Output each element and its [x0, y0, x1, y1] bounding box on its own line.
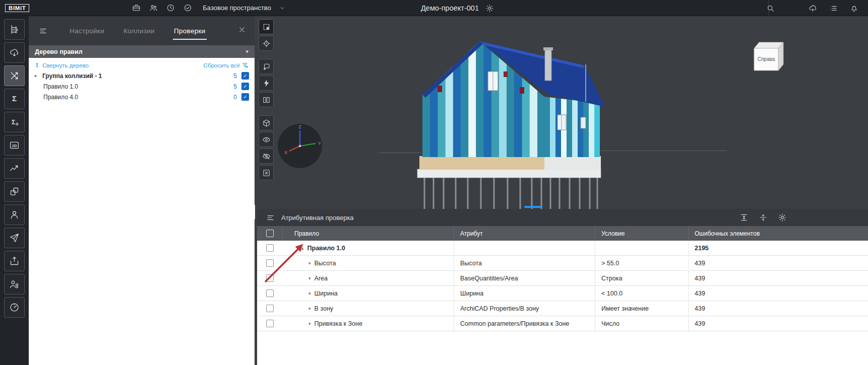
rule-name: Привязка к Зоне — [315, 320, 362, 327]
row-checkbox[interactable] — [266, 289, 274, 297]
time-icon[interactable] — [164, 2, 176, 14]
user-icon[interactable] — [4, 204, 25, 225]
orbit-icon[interactable] — [259, 59, 274, 74]
search-icon[interactable] — [764, 2, 776, 14]
error-count: 439 — [688, 301, 868, 316]
tree-item-label: Правило 4.0 — [43, 94, 78, 101]
table-row[interactable]: ▾Привязка к ЗонеCommon parameters/Привяз… — [257, 316, 868, 331]
tree-item-count: 5 — [233, 83, 237, 90]
panel-menu-icon[interactable] — [264, 211, 276, 224]
topbar-tools — [130, 2, 194, 14]
publish-cloud-icon[interactable] — [4, 42, 25, 63]
column-header: Условие — [595, 226, 688, 241]
row-checkbox[interactable] — [266, 320, 274, 327]
close-icon[interactable] — [237, 25, 246, 36]
model-structure-icon[interactable] — [4, 19, 25, 40]
tree-item[interactable]: ▾Группа коллизий - 15✓ — [29, 70, 255, 81]
lightning-icon[interactable] — [259, 76, 274, 91]
filter-off-icon — [242, 62, 249, 68]
navigation-cube[interactable]: Справа — [747, 35, 787, 76]
bimit-app: BIMiT Базовое пространство Демо-проект-0… — [0, 0, 868, 365]
expand-caret-icon[interactable]: ▾ — [308, 261, 311, 266]
column-header: Правило — [282, 226, 454, 241]
eye-off-icon[interactable] — [259, 149, 274, 164]
expand-caret-icon[interactable]: ▾ — [308, 276, 311, 281]
panel-menu-icon[interactable] — [37, 25, 49, 37]
section-icon[interactable] — [259, 92, 274, 107]
rules-tree-section-header[interactable]: Дерево правил ▾ — [29, 45, 255, 58]
row-checkbox[interactable] — [266, 259, 274, 267]
panel-tabs: НастройкиКоллизииПроверки — [29, 16, 255, 45]
target-icon[interactable] — [259, 36, 274, 51]
row-checkbox[interactable] — [266, 244, 274, 252]
check-graph-icon[interactable] — [4, 158, 25, 179]
tree-item[interactable]: Правило 4.00✓ — [29, 92, 255, 102]
tree-expand-caret-icon[interactable]: ▾ — [34, 74, 42, 79]
table-row[interactable]: ▾AreaBaseQuantities/AreaСтрока439 — [257, 271, 868, 286]
check-circle-icon[interactable] — [181, 2, 194, 14]
gauge-icon[interactable] — [4, 297, 25, 318]
slab — [417, 169, 601, 178]
topbar: BIMiT Базовое пространство Демо-проект-0… — [0, 0, 868, 16]
viewport-tools — [259, 19, 274, 180]
error-count: 2195 — [688, 241, 868, 256]
section-chevron-down-icon: ▾ — [245, 48, 249, 55]
tree-item-checkbox[interactable]: ✓ — [241, 93, 249, 101]
workspace-selector[interactable]: Базовое пространство — [200, 0, 291, 16]
error-count: 439 — [688, 256, 868, 271]
send-icon[interactable] — [4, 228, 25, 248]
project-title: Демо-проект-001 — [421, 4, 479, 12]
tree-item-checkbox[interactable]: ✓ — [241, 83, 249, 90]
table-row[interactable]: ▾В зонуArchiCAD Properties/В зонуИмеет з… — [257, 301, 868, 316]
error-count: 439 — [688, 286, 868, 301]
tree-item-count: 0 — [233, 94, 237, 101]
sum-icon[interactable]: Σ — [4, 89, 25, 109]
select-all-checkbox[interactable] — [266, 230, 274, 237]
axis-gizmo[interactable]: Z Y X — [276, 122, 324, 170]
clear-box-icon[interactable] — [259, 165, 274, 180]
list-icon[interactable] — [827, 2, 839, 14]
collapse-rows-icon[interactable] — [757, 211, 769, 224]
tree-item[interactable]: Правило 1.05✓ — [29, 81, 255, 92]
bottom-panel-resize-indicator[interactable] — [524, 206, 542, 208]
team-icon[interactable] — [147, 2, 159, 14]
attribute-value: Common parameters/Привязка к Зоне — [454, 316, 595, 331]
expand-caret-icon[interactable]: ▾ — [308, 291, 311, 296]
table-row[interactable]: ▾ШиринаШирина< 100.0439 — [257, 286, 868, 301]
reset-all-link[interactable]: Сбросить всё — [204, 62, 249, 68]
tree-item-checkbox[interactable]: ✓ — [241, 72, 249, 80]
fit-height-icon[interactable] — [738, 211, 750, 224]
briefcase-icon[interactable] — [130, 2, 142, 14]
column-header: Ошибочных элементов — [688, 226, 868, 241]
axis-y-label: Y — [318, 141, 321, 146]
collapse-caret-icon[interactable]: ▴ — [301, 246, 304, 251]
row-checkbox[interactable] — [266, 274, 274, 282]
expand-caret-icon[interactable]: ▾ — [308, 321, 311, 326]
plugins-icon[interactable] — [4, 181, 25, 202]
export-icon[interactable] — [4, 251, 25, 271]
table-row[interactable]: ▾ВысотаВысота> 55.0439 — [257, 256, 868, 271]
tab-Проверки[interactable]: Проверки — [174, 16, 206, 45]
collapse-tree-link[interactable]: Свернуть дерево — [34, 62, 89, 68]
collision-icon[interactable] — [4, 65, 25, 86]
table-settings-gear-icon[interactable] — [776, 211, 788, 224]
view-2d-icon[interactable]: 2D — [4, 135, 25, 156]
tab-Настройки[interactable]: Настройки — [70, 16, 104, 45]
sum-plus-icon[interactable]: Σ — [4, 112, 25, 132]
area-select-icon[interactable] — [259, 19, 274, 34]
expand-caret-icon[interactable]: ▾ — [308, 306, 311, 311]
rules-tree: Свернуть дерево Сбросить всё ▾Группа кол… — [29, 58, 255, 365]
cube-icon[interactable] — [259, 115, 274, 130]
row-checkbox[interactable] — [266, 305, 274, 312]
panel-resize-handle[interactable] — [253, 204, 255, 220]
sync-cloud-icon[interactable] — [807, 2, 819, 14]
project-settings-gear-icon[interactable] — [484, 2, 496, 14]
nav-cube-face-label: Справа — [758, 56, 775, 62]
access-user-icon[interactable] — [4, 274, 25, 295]
floor-band — [419, 156, 544, 170]
eye-icon[interactable] — [259, 132, 274, 147]
notifications-bell-icon[interactable] — [848, 2, 860, 14]
table-group-row[interactable]: ▴Правило 1.02195 — [257, 241, 868, 256]
tab-Коллизии[interactable]: Коллизии — [123, 16, 155, 45]
column-header: Атрибут — [454, 226, 595, 241]
